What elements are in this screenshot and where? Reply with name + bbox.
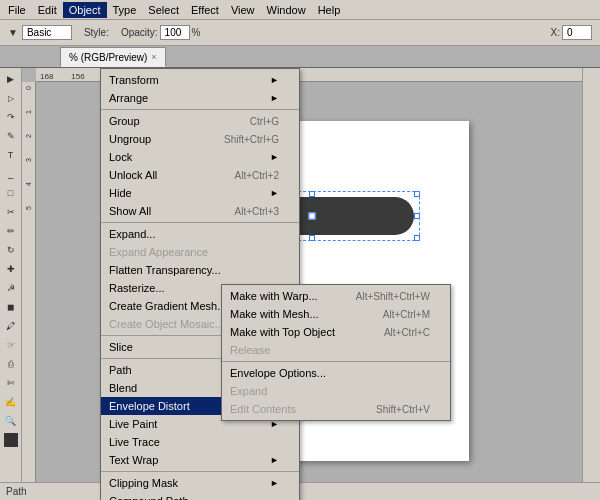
rect-tool[interactable]: □ xyxy=(2,184,20,202)
document-tab[interactable]: % (RGB/Preview) × xyxy=(60,47,166,67)
toolbar-style-group: ▼ Basic xyxy=(4,23,76,42)
opacity-label: Opacity: xyxy=(121,27,158,38)
menu-compound-path[interactable]: Compound Path xyxy=(101,492,299,500)
ruler-vtick: 5 xyxy=(25,206,32,210)
tab-close-button[interactable]: × xyxy=(151,52,156,62)
menu-clipping-mask[interactable]: Clipping Mask ► xyxy=(101,474,299,492)
menubar-select[interactable]: Select xyxy=(142,2,185,18)
ruler-vtick: 2 xyxy=(25,134,32,138)
type-tool[interactable]: T xyxy=(2,146,20,164)
ruler-tick: 168 xyxy=(40,72,53,81)
menu-group[interactable]: Group Ctrl+G xyxy=(101,112,299,130)
pen-tool[interactable]: ✎ xyxy=(2,127,20,145)
rotate-tool[interactable]: ↻ xyxy=(2,241,20,259)
menu-show-all[interactable]: Show All Alt+Ctrl+3 xyxy=(101,202,299,220)
menu-arrange[interactable]: Arrange ► xyxy=(101,89,299,107)
menu-make-top-object[interactable]: Make with Top Object Alt+Ctrl+C xyxy=(222,323,450,341)
warp-tool[interactable]: ☭ xyxy=(2,279,20,297)
hand-tool[interactable]: ✍ xyxy=(2,393,20,411)
menubar-edit[interactable]: Edit xyxy=(32,2,63,18)
separator xyxy=(222,361,450,362)
menu-envelope-options[interactable]: Envelope Options... xyxy=(222,364,450,382)
mr-handle[interactable] xyxy=(414,213,420,219)
menu-expand-appearance: Expand Appearance xyxy=(101,243,299,261)
gradient-tool[interactable]: ◼ xyxy=(2,298,20,316)
right-panel xyxy=(582,68,600,500)
tr-handle[interactable] xyxy=(414,191,420,197)
x-label: X: xyxy=(551,27,560,38)
submenu-arrow: ► xyxy=(270,152,279,162)
separator xyxy=(101,471,299,472)
menu-hide[interactable]: Hide ► xyxy=(101,184,299,202)
menubar: File Edit Object Type Select Effect View… xyxy=(0,0,600,20)
separator xyxy=(101,109,299,110)
submenu-arrow: ► xyxy=(270,93,279,103)
menu-text-wrap[interactable]: Text Wrap ► xyxy=(101,451,299,469)
ruler-vtick: 0 xyxy=(25,86,32,90)
tm-handle[interactable] xyxy=(309,191,315,197)
submenu-arrow: ► xyxy=(270,455,279,465)
blend-tool[interactable]: ☞ xyxy=(2,336,20,354)
main-area: ▶ ▷ ↷ ✎ T ⎯ □ ✂ ✏ ↻ ✚ ☭ ◼ 🖍 ☞ ⎙ ✄ ✍ 🔍 16… xyxy=(0,68,600,500)
menubar-type[interactable]: Type xyxy=(107,2,143,18)
menubar-file[interactable]: File xyxy=(2,2,32,18)
selection-tool[interactable]: ▶ xyxy=(2,70,20,88)
menu-make-mesh[interactable]: Make with Mesh... Alt+Ctrl+M xyxy=(222,305,450,323)
submenu-arrow: ► xyxy=(270,75,279,85)
ruler-tick: 156 xyxy=(71,72,84,81)
menubar-help[interactable]: Help xyxy=(312,2,347,18)
pencil-tool[interactable]: ✏ xyxy=(2,222,20,240)
submenu-arrow: ► xyxy=(270,478,279,488)
separator xyxy=(101,222,299,223)
envelope-distort-submenu: Make with Warp... Alt+Shift+Ctrl+W Make … xyxy=(221,284,451,421)
statusbar: Path xyxy=(0,482,600,500)
br-handle[interactable] xyxy=(414,235,420,241)
menu-edit-contents: Edit Contents Shift+Ctrl+V xyxy=(222,400,450,418)
scissors-tool[interactable]: ✄ xyxy=(2,374,20,392)
canvas-area: 168 156 144 132 120 108 96 84 72 0 1 2 3… xyxy=(22,68,582,500)
toolbar-style-label-group: Style: xyxy=(80,25,113,40)
menubar-object[interactable]: Object xyxy=(63,2,107,18)
zoom-tool[interactable]: 🔍 xyxy=(2,412,20,430)
menu-flatten-transparency[interactable]: Flatten Transparency... xyxy=(101,261,299,279)
scale-tool[interactable]: ✚ xyxy=(2,260,20,278)
style-dropdown[interactable]: ▼ xyxy=(8,27,18,38)
ruler-vtick: 1 xyxy=(25,110,32,114)
x-value[interactable]: 0 xyxy=(562,25,592,40)
tab-label: % (RGB/Preview) xyxy=(69,52,147,63)
opacity-unit: % xyxy=(192,27,201,38)
eyedropper-tool[interactable]: 🖍 xyxy=(2,317,20,335)
toolbar-opacity-group: Opacity: 100 % xyxy=(117,23,205,42)
menu-make-warp[interactable]: Make with Warp... Alt+Shift+Ctrl+W xyxy=(222,287,450,305)
opacity-value[interactable]: 100 xyxy=(160,25,190,40)
direct-select-tool[interactable]: ▷ xyxy=(2,89,20,107)
center-handle[interactable] xyxy=(309,213,316,220)
menu-release: Release xyxy=(222,341,450,359)
menu-live-trace[interactable]: Live Trace xyxy=(101,433,299,451)
menubar-view[interactable]: View xyxy=(225,2,261,18)
lasso-tool[interactable]: ↷ xyxy=(2,108,20,126)
menu-expand[interactable]: Expand... xyxy=(101,225,299,243)
menu-lock[interactable]: Lock ► xyxy=(101,148,299,166)
fill-color[interactable] xyxy=(4,433,18,447)
menu-expand-envelope: Expand xyxy=(222,382,450,400)
style-label: Style: xyxy=(84,27,109,38)
menubar-effect[interactable]: Effect xyxy=(185,2,225,18)
ruler-vtick: 3 xyxy=(25,158,32,162)
line-tool[interactable]: ⎯ xyxy=(2,165,20,183)
menu-unlock-all[interactable]: Unlock All Alt+Ctrl+2 xyxy=(101,166,299,184)
ruler-vtick: 4 xyxy=(25,182,32,186)
menu-ungroup[interactable]: Ungroup Shift+Ctrl+G xyxy=(101,130,299,148)
toolbox: ▶ ▷ ↷ ✎ T ⎯ □ ✂ ✏ ↻ ✚ ☭ ◼ 🖍 ☞ ⎙ ✄ ✍ 🔍 xyxy=(0,68,22,500)
submenu-arrow: ► xyxy=(270,188,279,198)
slice-tool[interactable]: ⎙ xyxy=(2,355,20,373)
toolbar-x-group: X: 0 xyxy=(547,23,596,42)
paintbrush-tool[interactable]: ✂ xyxy=(2,203,20,221)
toolbar: ▼ Basic Style: Opacity: 100 % X: 0 xyxy=(0,20,600,46)
status-text: Path xyxy=(6,486,27,497)
style-value[interactable]: Basic xyxy=(22,25,72,40)
menu-transform[interactable]: Transform ► xyxy=(101,71,299,89)
bm-handle[interactable] xyxy=(309,235,315,241)
menubar-window[interactable]: Window xyxy=(261,2,312,18)
tabbar: % (RGB/Preview) × xyxy=(0,46,600,68)
